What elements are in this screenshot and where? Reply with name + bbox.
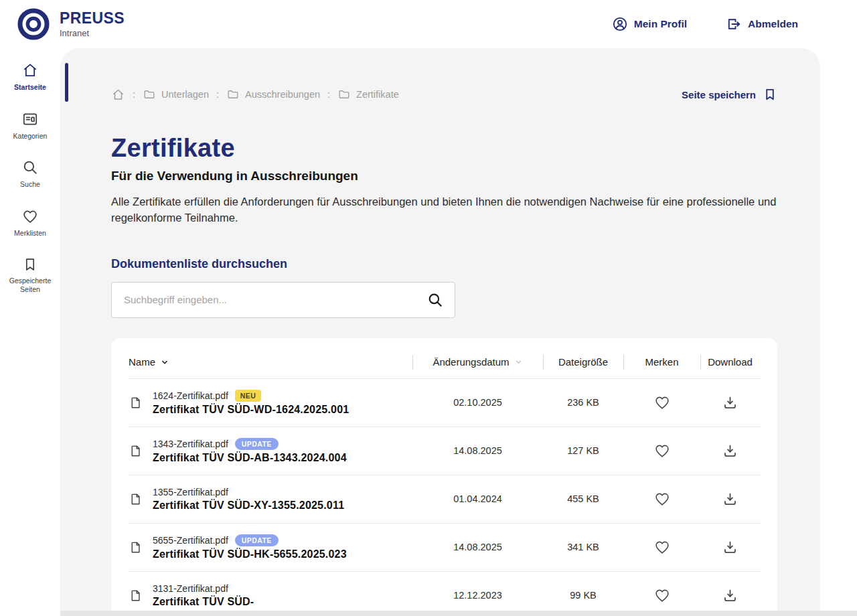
- brand-subtitle: Intranet: [60, 28, 125, 38]
- file-icon: [129, 587, 143, 604]
- profile-label: Mein Profil: [634, 18, 687, 30]
- chevron-down-icon: [514, 358, 523, 366]
- table-body: 1624-Zertifikat.pdf NEU Zertifikat TÜV S…: [129, 378, 760, 616]
- active-nav-indicator: [65, 63, 68, 102]
- save-page-label: Seite speichern: [682, 89, 756, 100]
- search-box: [111, 282, 455, 318]
- breadcrumb-label: Unterlagen: [161, 89, 209, 100]
- file-date: 14.08.2025: [412, 445, 543, 456]
- file-title: Zertifikat TÜV SÜD-: [153, 596, 254, 608]
- search-icon[interactable]: [426, 291, 444, 309]
- table-row: 1343-Zertifikat.pdf UPDATE Zertifikat TÜ…: [129, 427, 760, 475]
- sidebar-item-startseite[interactable]: Startseite: [1, 62, 60, 92]
- download-icon[interactable]: [722, 443, 738, 459]
- breadcrumb-home[interactable]: [111, 88, 125, 102]
- favorite-heart-icon[interactable]: [653, 442, 671, 459]
- logout-button[interactable]: Abmelden: [726, 16, 798, 32]
- sidebar-item-kategorien[interactable]: Kategorien: [1, 110, 60, 141]
- status-badge: NEU: [235, 390, 261, 402]
- file-date: 14.08.2025: [412, 542, 543, 552]
- sidebar-item-gespeicherte-seiten[interactable]: Gespeicherte Seiten: [1, 256, 60, 295]
- sidebar-item-label: Merklisten: [14, 229, 46, 238]
- file-text: 3131-Zertifikat.pdf Zertifikat TÜV SÜD-: [153, 583, 254, 608]
- bottom-edge: [60, 611, 857, 616]
- column-header-merken: Merken: [623, 346, 700, 378]
- sidebar-item-label: Kategorien: [13, 132, 48, 141]
- file-name: 3131-Zertifikat.pdf: [153, 583, 228, 594]
- file-icon: [129, 443, 143, 459]
- save-page-button[interactable]: Seite speichern: [682, 87, 777, 102]
- download-icon[interactable]: [722, 491, 738, 508]
- file-date: 12.12.2023: [412, 590, 543, 601]
- sidebar-item-suche[interactable]: Suche: [1, 159, 60, 189]
- download-icon[interactable]: [722, 587, 738, 604]
- file-icon: [129, 539, 143, 556]
- bookmark-icon: [763, 87, 777, 102]
- layout: Startseite Kategorien Suche: [0, 48, 857, 616]
- favorite-heart-icon[interactable]: [653, 490, 671, 508]
- status-badge: UPDATE: [235, 534, 279, 546]
- column-header-name[interactable]: Name: [129, 346, 412, 378]
- breadcrumb-item[interactable]: Ausschreibungen: [226, 88, 320, 101]
- home-icon: [21, 62, 39, 79]
- file-size: 99 KB: [543, 590, 623, 601]
- download-icon[interactable]: [722, 539, 738, 556]
- column-label: Dateigröße: [558, 356, 608, 368]
- file-name: 1343-Zertifikat.pdf: [153, 439, 228, 449]
- breadcrumb-row: : Unterlagen : Auss: [111, 87, 777, 102]
- user-profile-icon: [612, 16, 628, 32]
- page-description: Alle Zertifikate erfüllen die Anforderun…: [111, 194, 777, 226]
- sidebar-item-label: Gespeicherte Seiten: [1, 277, 60, 295]
- bookmark-icon: [22, 256, 38, 273]
- favorite-heart-icon[interactable]: [653, 587, 671, 604]
- file-icon: [129, 491, 143, 508]
- breadcrumb-label: Zertifikate: [356, 89, 399, 100]
- file-text: 1355-Zertifikat.pdf Zertifikat TÜV SÜD-X…: [153, 487, 344, 512]
- page-title: Zertifikate: [111, 135, 777, 161]
- table-header: Name Änderungsdatum Dateigröße Merken: [129, 346, 760, 378]
- download-icon[interactable]: [722, 394, 738, 411]
- breadcrumb-item[interactable]: Unterlagen: [143, 88, 209, 101]
- file-size: 236 KB: [543, 397, 623, 408]
- sidebar-item-merklisten[interactable]: Merklisten: [1, 208, 60, 238]
- search-input[interactable]: [124, 294, 426, 305]
- favorite-heart-icon[interactable]: [653, 538, 671, 556]
- file-icon: [129, 394, 143, 411]
- brand-text: PREUSS Intranet: [60, 11, 125, 38]
- breadcrumb-separator: :: [133, 89, 135, 100]
- sidebar: Startseite Kategorien Suche: [0, 48, 60, 616]
- brand-name: PREUSS: [60, 11, 125, 26]
- sidebar-item-label: Suche: [20, 180, 40, 189]
- file-name: 1624-Zertifikat.pdf: [153, 390, 228, 401]
- column-label: Änderungsdatum: [433, 356, 509, 368]
- file-text: 1343-Zertifikat.pdf UPDATE Zertifikat TÜ…: [153, 438, 347, 464]
- chevron-down-icon: [160, 358, 169, 367]
- table-row: 3131-Zertifikat.pdf Zertifikat TÜV SÜD- …: [129, 571, 760, 616]
- header-actions: Mein Profil Abmelden: [612, 16, 798, 32]
- heart-icon: [21, 208, 39, 225]
- breadcrumb-item[interactable]: Zertifikate: [337, 88, 399, 101]
- top-header: PREUSS Intranet Mein Profil: [0, 0, 857, 48]
- file-name-cell: 1343-Zertifikat.pdf UPDATE Zertifikat TÜ…: [129, 438, 412, 464]
- profile-button[interactable]: Mein Profil: [612, 16, 687, 32]
- sidebar-item-label: Startseite: [14, 83, 46, 92]
- column-label: Name: [129, 356, 155, 368]
- main-content: : Unterlagen : Auss: [60, 48, 820, 616]
- brand: PREUSS Intranet: [16, 7, 125, 42]
- home-icon: [111, 88, 125, 102]
- categories-icon: [21, 110, 39, 128]
- documents-table-card: Name Änderungsdatum Dateigröße Merken: [111, 338, 777, 616]
- file-size: 127 KB: [543, 445, 623, 456]
- folder-icon: [143, 88, 156, 101]
- breadcrumb-separator: :: [327, 89, 330, 100]
- logout-icon: [726, 16, 742, 32]
- breadcrumb-separator: :: [216, 89, 219, 100]
- file-text: 5655-Zertifikat.pdf UPDATE Zertifikat TÜ…: [153, 534, 347, 560]
- page-subtitle: Für die Verwendung in Ausschreibungen: [111, 169, 777, 183]
- column-header-date[interactable]: Änderungsdatum: [412, 346, 543, 378]
- file-name-cell: 3131-Zertifikat.pdf Zertifikat TÜV SÜD-: [129, 583, 412, 608]
- column-label: Download: [708, 356, 753, 368]
- file-name: 5655-Zertifikat.pdf: [153, 535, 228, 546]
- favorite-heart-icon[interactable]: [653, 394, 671, 411]
- file-name-cell: 1355-Zertifikat.pdf Zertifikat TÜV SÜD-X…: [129, 487, 412, 512]
